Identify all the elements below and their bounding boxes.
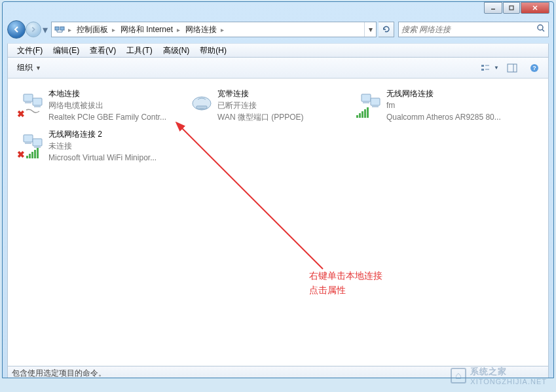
menu-tools[interactable]: 工具(T) <box>121 44 157 58</box>
network-connections-icon <box>54 24 65 35</box>
organize-button[interactable]: 组织 ▼ <box>12 60 46 75</box>
toolbar: 组织 ▼ ▼ ? <box>7 58 549 79</box>
connection-name: 宽带连接 <box>217 88 352 99</box>
connection-name: 无线网络连接 <box>386 88 521 99</box>
nav-buttons: ▾ <box>7 20 49 39</box>
annotation-text: 右键单击本地连接 点击属性 <box>309 268 382 297</box>
breadcrumb-chevron-icon[interactable]: ▸ <box>219 26 225 33</box>
nav-back-button[interactable] <box>7 20 26 39</box>
menu-view[interactable]: 查看(V) <box>84 44 121 58</box>
connections-list: ✖ 本地连接 网络电缆被拔出 Realtek PCIe GBE Family C… <box>16 85 540 166</box>
breadcrumb-network-internet[interactable]: 网络和 Internet <box>117 22 176 37</box>
view-mode-button[interactable]: ▼ <box>480 61 500 75</box>
wan-icon <box>186 88 217 119</box>
breadcrumb-chevron-icon[interactable]: ▸ <box>111 26 117 33</box>
menu-help[interactable]: 帮助(H) <box>195 44 232 58</box>
explorer-window: ▾ ▸ 控制面板 ▸ 网络和 Internet ▸ 网络连接 ▸ ▾ <box>2 1 554 378</box>
search-input[interactable] <box>401 25 536 34</box>
svg-rect-26 <box>361 94 371 101</box>
watermark-brand: 系统之家 <box>470 366 547 378</box>
titlebar <box>3 2 553 20</box>
svg-rect-29 <box>372 105 379 107</box>
connection-device: WAN 微型端口 (PPPOE) <box>217 111 352 123</box>
svg-rect-11 <box>481 65 484 67</box>
svg-rect-27 <box>371 98 380 105</box>
signal-bars-icon <box>356 107 369 118</box>
svg-rect-19 <box>24 94 33 101</box>
svg-rect-1 <box>510 6 513 10</box>
connection-item-local[interactable]: ✖ 本地连接 网络电缆被拔出 Realtek PCIe GBE Family C… <box>16 85 185 126</box>
menu-file[interactable]: 文件(F) <box>12 44 48 58</box>
menu-advanced[interactable]: 高级(N) <box>158 44 195 58</box>
wifi-disconnected-icon: ✖ <box>17 128 48 160</box>
svg-point-9 <box>538 25 543 30</box>
refresh-button[interactable] <box>379 22 394 37</box>
connection-item-broadband[interactable]: 宽带连接 已断开连接 WAN 微型端口 (PPPOE) <box>185 85 354 126</box>
error-x-icon: ✖ <box>17 109 25 119</box>
connection-item-wifi2[interactable]: ✖ 无线网络连接 2 未连接 Microsoft Virtual WiFi Mi… <box>16 126 185 166</box>
svg-rect-20 <box>33 98 42 105</box>
connection-status: 网络电缆被拔出 <box>48 99 183 111</box>
connection-device: Realtek PCIe GBE Family Contr... <box>48 111 183 123</box>
maximize-button[interactable] <box>503 2 520 14</box>
svg-rect-24 <box>196 106 207 109</box>
svg-rect-25 <box>200 109 204 110</box>
view-icon <box>481 63 492 73</box>
chevron-down-icon: ▼ <box>35 65 41 71</box>
breadcrumb-chevron-icon[interactable]: ▸ <box>176 26 181 33</box>
arrow-left-icon <box>12 25 21 34</box>
breadcrumb-chevron-icon[interactable]: ▸ <box>67 26 73 33</box>
search-icon[interactable] <box>536 24 546 35</box>
minimize-button[interactable] <box>484 2 502 14</box>
wifi-connected-icon <box>355 88 386 119</box>
connection-status: fm <box>386 99 521 111</box>
close-button[interactable] <box>521 2 549 14</box>
help-icon: ? <box>530 63 539 73</box>
annotation-line1: 右键单击本地连接 <box>309 268 382 283</box>
address-bar[interactable]: ▸ 控制面板 ▸ 网络和 Internet ▸ 网络连接 ▸ ▾ <box>51 22 377 37</box>
breadcrumb-control-panel[interactable]: 控制面板 <box>73 22 111 37</box>
svg-rect-5 <box>60 27 64 30</box>
svg-rect-21 <box>25 101 31 103</box>
error-x-icon: ✖ <box>17 149 25 160</box>
nav-forward-button[interactable] <box>26 22 41 37</box>
search-box[interactable] <box>398 22 549 37</box>
organize-label: 组织 <box>17 62 33 73</box>
ethernet-disconnected-icon: ✖ <box>17 88 48 119</box>
connection-device: Microsoft Virtual WiFi Minipor... <box>48 152 183 164</box>
nav-history-dropdown[interactable]: ▾ <box>41 24 49 36</box>
svg-rect-30 <box>24 135 33 142</box>
arrow-right-icon <box>29 26 37 33</box>
svg-line-10 <box>542 29 544 31</box>
refresh-icon <box>382 25 391 34</box>
svg-rect-28 <box>363 101 369 103</box>
help-button[interactable]: ? <box>525 61 544 75</box>
signal-bars-icon <box>26 148 39 158</box>
address-bar-row: ▾ ▸ 控制面板 ▸ 网络和 Internet ▸ 网络连接 ▸ ▾ <box>7 20 549 39</box>
svg-rect-12 <box>481 69 484 71</box>
menu-edit[interactable]: 编辑(E) <box>48 44 84 58</box>
menubar: 文件(F) 编辑(E) 查看(V) 工具(T) 高级(N) 帮助(H) <box>7 43 549 58</box>
svg-rect-15 <box>508 64 517 72</box>
annotation-line2: 点击属性 <box>309 283 382 297</box>
connection-status: 已断开连接 <box>217 99 352 111</box>
connection-item-wifi[interactable]: 无线网络连接 fm Qualcomm Atheros AR9285 80... <box>354 85 523 126</box>
address-dropdown-button[interactable]: ▾ <box>364 22 376 37</box>
watermark: ⌂ 系统之家 XITONGZHIJIA.NET <box>451 366 547 385</box>
svg-rect-22 <box>34 105 41 107</box>
statusbar-text: 包含使用选定项目的命令。 <box>12 368 106 378</box>
content-area: ✖ 本地连接 网络电缆被拔出 Realtek PCIe GBE Family C… <box>7 79 549 366</box>
watermark-url: XITONGZHIJIA.NET <box>470 378 547 385</box>
connection-name: 本地连接 <box>48 88 183 99</box>
svg-text:?: ? <box>532 65 536 71</box>
watermark-logo-icon: ⌂ <box>451 368 466 383</box>
svg-rect-32 <box>25 142 31 144</box>
svg-rect-31 <box>33 139 42 146</box>
preview-pane-button[interactable] <box>502 61 522 75</box>
connection-device: Qualcomm Atheros AR9285 80... <box>386 111 521 123</box>
breadcrumb-network-connections[interactable]: 网络连接 <box>181 22 219 37</box>
connection-status: 未连接 <box>48 140 183 152</box>
connection-name: 无线网络连接 2 <box>48 128 183 140</box>
preview-icon <box>507 63 517 73</box>
svg-rect-4 <box>55 27 59 30</box>
